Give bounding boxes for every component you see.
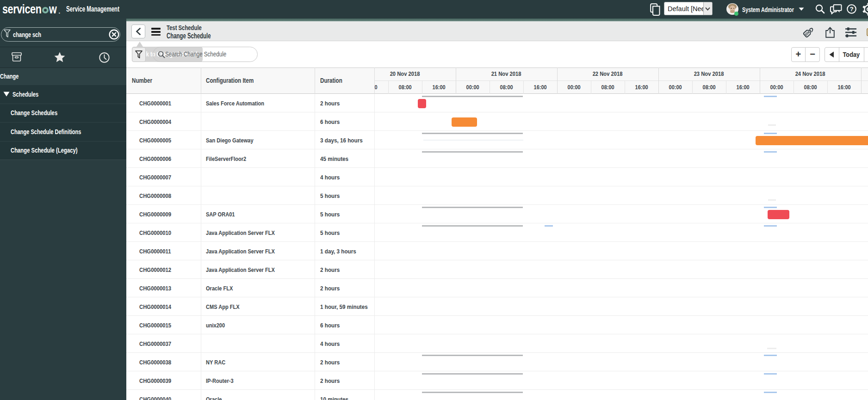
svg-text:?: ? bbox=[849, 6, 853, 12]
